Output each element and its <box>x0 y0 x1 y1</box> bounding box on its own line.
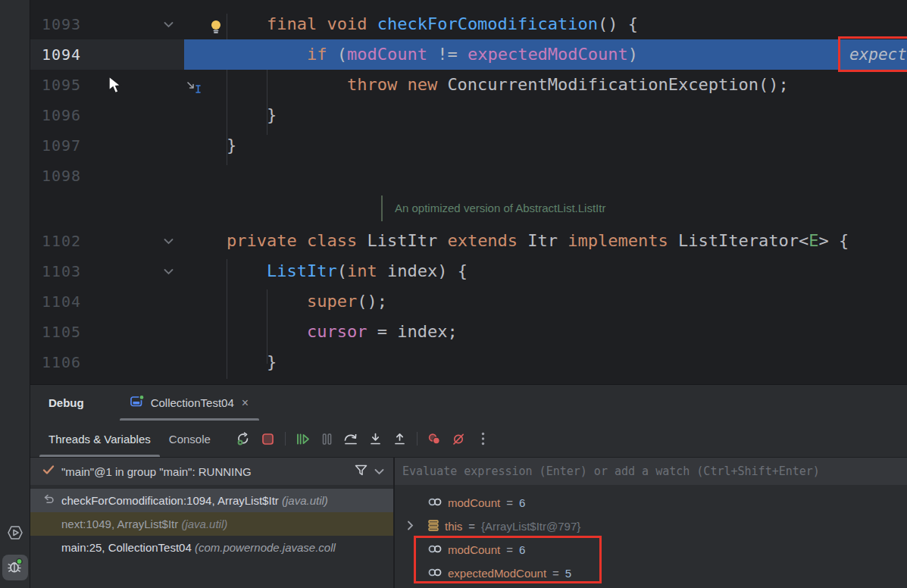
debug-tool-button[interactable] <box>2 555 28 580</box>
tab-threads-variables[interactable]: Threads & Variables <box>39 421 160 457</box>
resume-icon[interactable] <box>292 429 313 449</box>
step-out-icon[interactable] <box>389 429 410 449</box>
variables-pane: Evaluate expression (Enter) or add a wat… <box>395 458 907 588</box>
editor-gutter[interactable]: 1102 <box>30 226 184 256</box>
return-arrow-icon <box>42 494 55 507</box>
variable-name: this <box>445 520 462 533</box>
comment-bar <box>381 195 383 221</box>
filter-icon[interactable] <box>355 464 367 479</box>
step-into-icon[interactable] <box>365 429 386 449</box>
editor-gutter[interactable]: 1096 <box>30 100 184 130</box>
line-number: 1102 <box>42 226 81 256</box>
editor-gutter[interactable]: 1093 <box>30 9 184 39</box>
evaluate-expression-input[interactable]: Evaluate expression (Enter) or add a wat… <box>395 458 907 485</box>
editor-gutter[interactable]: 1105 <box>30 317 184 347</box>
fold-chevron-icon[interactable] <box>164 226 174 256</box>
field-icon <box>428 567 442 580</box>
variable-value: 6 <box>519 543 525 556</box>
code-text[interactable]: } <box>184 347 907 377</box>
mouse-pointer-icon <box>108 76 126 99</box>
code-text[interactable] <box>184 0 907 9</box>
variable-row-modCount[interactable]: modCount=6 <box>395 538 907 561</box>
stack-frame-row[interactable]: next:1049, ArrayList$Itr (java.util) <box>30 512 393 536</box>
toolbar-separator <box>285 432 286 446</box>
code-text[interactable]: } <box>184 130 907 161</box>
more-icon[interactable] <box>473 429 493 449</box>
code-text[interactable]: final void checkForComodification() { <box>184 9 907 39</box>
line-number: 1092 <box>42 0 81 9</box>
debug-panel-header: Debug CollectionTest04 × <box>30 385 907 421</box>
debug-panel: Debug CollectionTest04 × Threads & Varia… <box>30 384 907 588</box>
fold-chevron-icon[interactable] <box>164 256 174 286</box>
debug-bug-icon <box>6 557 24 578</box>
code-text[interactable] <box>184 161 907 191</box>
services-tool-button[interactable] <box>2 521 28 547</box>
editor-gutter[interactable]: 1097 <box>30 130 184 161</box>
variable-row-expectedModCount[interactable]: expectedModCount=5 <box>395 561 907 585</box>
line-number: 1103 <box>42 256 81 286</box>
rerun-icon[interactable] <box>233 429 254 449</box>
editor-gutter[interactable]: 1098 <box>30 161 184 191</box>
variable-row-modCount[interactable]: modCount=6 <box>395 491 907 514</box>
code-line-1092[interactable]: 1092 <box>30 0 907 9</box>
editor-gutter[interactable]: 1092 <box>30 0 184 9</box>
rendered-doc-comment: An optimized version of AbstractList.Lis… <box>30 191 907 226</box>
mute-breakpoints-icon[interactable] <box>449 429 469 449</box>
variable-value: 5 <box>565 567 571 580</box>
stop-icon[interactable] <box>258 429 278 449</box>
code-text[interactable]: private class ListItr extends Itr implem… <box>184 226 907 256</box>
code-line-1096[interactable]: 1096 } <box>30 100 907 130</box>
checkmark-icon <box>42 464 55 478</box>
pause-icon[interactable] <box>317 429 337 449</box>
view-breakpoints-icon[interactable] <box>424 429 445 449</box>
code-line-1098[interactable]: 1098 <box>30 161 907 191</box>
variable-name: expectedModCount <box>448 567 546 580</box>
code-editor[interactable]: 10921093 final void checkForComodificati… <box>30 0 907 384</box>
tab-console[interactable]: Console <box>160 421 220 457</box>
inline-debugger-hint: expectedModCount: 5 <box>838 36 907 72</box>
stack-frame-row[interactable]: checkForComodification:1094, ArrayList$I… <box>30 489 393 512</box>
expand-chevron-icon[interactable] <box>407 520 414 533</box>
field-icon <box>428 543 442 556</box>
code-text[interactable]: super(); <box>184 286 907 317</box>
close-icon[interactable]: × <box>242 396 249 410</box>
code-line-1097[interactable]: 1097 } <box>30 130 907 161</box>
run-config-tab[interactable]: CollectionTest04 × <box>120 385 259 421</box>
code-text[interactable]: } <box>184 100 907 130</box>
code-line-1105[interactable]: 1105 cursor = index; <box>30 317 907 347</box>
code-text[interactable]: ListItr(int index) { <box>184 256 907 286</box>
code-line-1095[interactable]: 1095 throw new ConcurrentModificationExc… <box>30 70 907 100</box>
editor-gutter <box>30 191 184 226</box>
step-over-icon[interactable] <box>341 429 361 449</box>
variable-value: {ArrayList$Itr@797} <box>481 520 580 533</box>
editor-lines: 10921093 final void checkForComodificati… <box>30 0 907 377</box>
code-line-1102[interactable]: 1102 private class ListItr extends Itr i… <box>30 226 907 256</box>
editor-gutter[interactable]: 1094 <box>30 39 184 70</box>
code-text[interactable]: if (modCount != expectedModCount)expecte… <box>184 39 907 70</box>
line-number: 1106 <box>42 347 81 377</box>
stack-frame-row[interactable]: main:25, CollectionTest04 (com.powernode… <box>30 536 393 559</box>
variable-row-this[interactable]: this={ArrayList$Itr@797} <box>395 514 907 538</box>
line-number: 1097 <box>42 130 81 161</box>
thread-selector[interactable]: "main"@1 in group "main": RUNNING <box>30 458 393 485</box>
code-line-1106[interactable]: 1106 } <box>30 347 907 377</box>
variable-value: 6 <box>519 496 525 509</box>
tool-window-stripe <box>0 0 30 588</box>
code-text[interactable]: cursor = index; <box>184 317 907 347</box>
line-number: 1095 <box>42 70 81 100</box>
code-line-1094[interactable]: 1094 if (modCount != expectedModCount)ex… <box>30 39 907 70</box>
editor-gutter[interactable]: 1103 <box>30 256 184 286</box>
editor-gutter[interactable]: 1104 <box>30 286 184 317</box>
code-text[interactable]: throw new ConcurrentModificationExceptio… <box>184 70 907 100</box>
fold-chevron-icon[interactable] <box>164 9 174 39</box>
code-line-1104[interactable]: 1104 super(); <box>30 286 907 317</box>
editor-gutter[interactable]: 1106 <box>30 347 184 377</box>
line-number: 1094 <box>42 39 81 70</box>
variable-name: modCount <box>448 496 500 509</box>
frames-pane: "main"@1 in group "main": RUNNING checkF… <box>30 458 395 588</box>
code-line-1093[interactable]: 1093 final void checkForComodification()… <box>30 9 907 39</box>
frame-package: (com.powernode.javase.coll <box>195 541 336 554</box>
code-line-1103[interactable]: 1103 ListItr(int index) { <box>30 256 907 286</box>
line-number: 1098 <box>42 161 81 191</box>
chevron-down-icon[interactable] <box>374 464 384 478</box>
